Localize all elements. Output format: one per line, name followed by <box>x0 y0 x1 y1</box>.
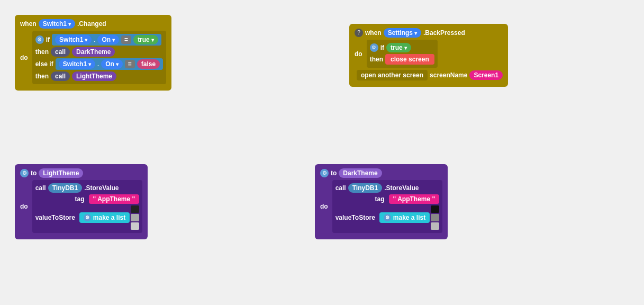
switch1-2-pill[interactable]: Switch1 <box>55 35 92 44</box>
color-slot-dark-1[interactable] <box>131 205 139 213</box>
gear-icon: ⚙ <box>35 35 44 44</box>
to-darktheme-block: ⚙ to DarkTheme do call TinyDB1 .StoreVal… <box>315 164 448 239</box>
darktheme-2-pill[interactable]: DarkTheme <box>339 168 382 178</box>
color-slot-light-2[interactable] <box>431 222 439 230</box>
darktheme-1-pill[interactable]: DarkTheme <box>72 47 115 57</box>
call-4-label: call <box>335 184 346 192</box>
gear-icon-3: ⚙ <box>20 169 29 177</box>
on2-pill[interactable]: On <box>101 59 123 69</box>
when-settings-backpressed-block: ? when Settings .BackPressed do ⚙ if tru… <box>349 24 508 87</box>
call-2: call <box>51 71 70 81</box>
then-2-label: then <box>35 73 49 80</box>
tag-2-label: tag <box>375 195 385 203</box>
call-3-label: call <box>35 184 46 192</box>
to-lighttheme-block: ⚙ to LightTheme do call TinyDB1 .StoreVa… <box>15 164 148 239</box>
tinydb1-2-pill[interactable]: TinyDB1 <box>348 183 382 193</box>
on-pill[interactable]: On <box>97 35 119 44</box>
eq-2: = <box>125 60 135 68</box>
true-2-pill[interactable]: true <box>386 43 411 52</box>
tag-1-label: tag <box>75 195 85 203</box>
valuetostore-1-label: valueToStore <box>35 214 75 221</box>
switch1-3-pill[interactable]: Switch1 <box>59 59 95 69</box>
true-pill[interactable]: true <box>133 35 158 44</box>
to-2-label: to <box>331 169 337 177</box>
when-switch1-changed-block: when Switch1 .Changed do ⚙ if Switch1 . … <box>15 15 171 91</box>
settings-pill[interactable]: Settings <box>384 28 421 38</box>
then-1-label: then <box>35 48 49 56</box>
do-2-label: do <box>355 50 362 58</box>
apptheme-2-pill: " AppTheme " <box>389 194 440 204</box>
then-3-label: then <box>370 56 383 63</box>
apptheme-1-pill: " AppTheme " <box>89 194 140 204</box>
backpressed-label: .BackPressed <box>423 29 465 37</box>
when-2-label: when <box>365 29 382 37</box>
makelist-1-block[interactable]: ⚙ make a list <box>79 212 130 223</box>
valuetostore-2-label: valueToStore <box>335 214 375 221</box>
tinydb1-1-pill[interactable]: TinyDB1 <box>48 183 82 193</box>
eq-1: = <box>121 35 131 44</box>
gear-makelist-2: ⚙ <box>384 214 391 221</box>
switch1-pill[interactable]: Switch1 <box>39 19 75 29</box>
screen1-pill[interactable]: Screen1 <box>469 70 503 80</box>
gear-makelist-1: ⚙ <box>84 214 91 221</box>
do-3-label: do <box>20 203 28 210</box>
makelist-2-block[interactable]: ⚙ make a list <box>379 212 430 223</box>
open-another-screen[interactable]: open another screen <box>357 70 428 80</box>
gear-icon-2: ⚙ <box>370 43 378 52</box>
to-1-label: to <box>31 169 37 177</box>
color-slot-light-1a[interactable] <box>131 214 139 221</box>
dot-2: . <box>97 61 99 67</box>
changed-label: .Changed <box>77 20 106 28</box>
lighttheme-1-pill[interactable]: LightTheme <box>72 71 116 81</box>
color-slot-light-1b[interactable] <box>131 222 139 230</box>
question-icon: ? <box>355 29 363 37</box>
gear-icon-4: ⚙ <box>320 169 329 177</box>
if-2-label: if <box>380 44 384 51</box>
storevalue-1-label: .StoreValue <box>84 184 119 192</box>
lighttheme-2-pill[interactable]: LightTheme <box>39 168 83 178</box>
do-4-label: do <box>320 203 328 210</box>
false-pill[interactable]: false <box>137 59 160 69</box>
color-slot-dark-2[interactable] <box>431 205 439 213</box>
when-label: when <box>20 20 37 28</box>
do-label: do <box>20 54 28 61</box>
screenname-label: screenName <box>430 71 467 79</box>
storevalue-2-label: .StoreValue <box>384 184 419 192</box>
call-1: call <box>51 47 70 57</box>
color-slot-gray-2[interactable] <box>431 214 439 221</box>
if-label: if <box>46 36 50 43</box>
dot-1: . <box>94 37 95 43</box>
elseif-label: else if <box>35 60 53 68</box>
close-screen-block[interactable]: close screen <box>385 54 434 65</box>
